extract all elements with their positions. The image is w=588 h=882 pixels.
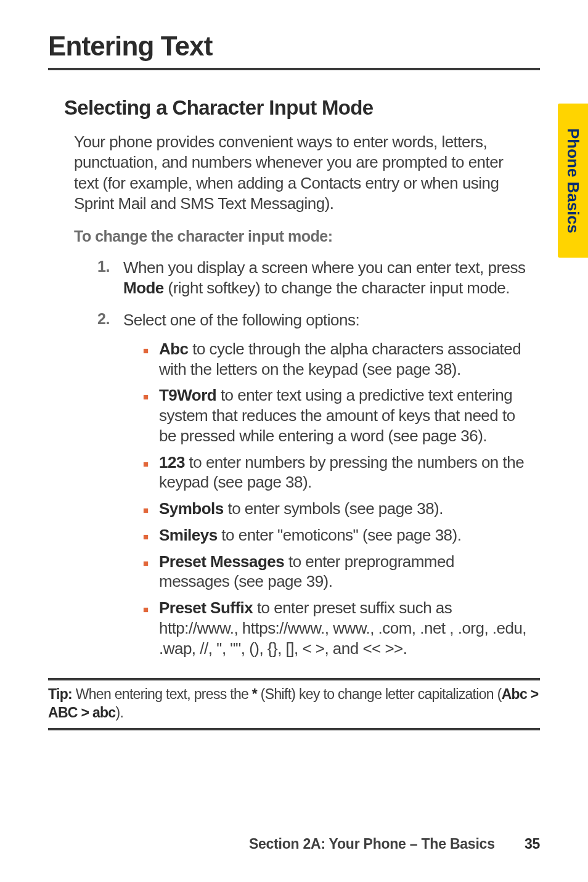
step-number: 1. <box>97 258 123 299</box>
option-text: Smileys to enter "emoticons" (see page 3… <box>159 525 528 545</box>
footer-section: Section 2A: Your Phone – The Basics <box>249 836 495 852</box>
option-name: Preset Messages <box>159 552 284 571</box>
option-preset-suffix: ■ Preset Suffix to enter preset suffix s… <box>143 598 528 658</box>
side-tab-label: Phone Basics <box>563 128 582 234</box>
text: to enter symbols (see page 38). <box>224 499 443 518</box>
bullet-icon: ■ <box>143 531 150 545</box>
option-text: T9Word to enter text using a predictive … <box>159 385 528 446</box>
text: When you display a screen where you can … <box>123 258 526 277</box>
options-list: ■ Abc to cycle through the alpha charact… <box>143 339 528 659</box>
footer-page-number: 35 <box>525 836 540 852</box>
option-name: Smileys <box>159 526 218 544</box>
page-title: Entering Text <box>48 31 540 70</box>
option-text: Abc to cycle through the alpha character… <box>159 339 528 380</box>
option-text: Preset Messages to enter preprogrammed m… <box>159 552 528 592</box>
option-symbols: ■ Symbols to enter symbols (see page 38)… <box>143 499 528 519</box>
text: (Shift) key to change letter capitalizat… <box>257 686 502 702</box>
option-smileys: ■ Smileys to enter "emoticons" (see page… <box>143 525 528 545</box>
step-2: 2. Select one of the following options: … <box>97 310 528 665</box>
bullet-icon: ■ <box>143 603 150 658</box>
option-text: Preset Suffix to enter preset suffix suc… <box>159 598 528 658</box>
text: to enter numbers by pressing the numbers… <box>159 453 524 492</box>
option-name: Abc <box>159 340 189 358</box>
step-number: 2. <box>97 310 123 665</box>
section-heading: Selecting a Character Input Mode <box>64 96 540 120</box>
procedure-lead: To change the character input mode: <box>74 227 540 245</box>
tip-callout: Tip: When entering text, press the * (Sh… <box>48 678 540 730</box>
text: ). <box>115 704 123 721</box>
bullet-icon: ■ <box>143 557 150 592</box>
bullet-icon: ■ <box>143 458 150 493</box>
step-1: 1. When you display a screen where you c… <box>97 258 528 299</box>
tip-label: Tip: <box>48 686 72 702</box>
option-name: Symbols <box>159 499 224 518</box>
bullet-icon: ■ <box>143 391 150 446</box>
bullet-icon: ■ <box>143 345 150 380</box>
step-body: Select one of the following options: ■ A… <box>123 310 528 665</box>
softkey-label: Mode <box>123 279 164 297</box>
option-123: ■ 123 to enter numbers by pressing the n… <box>143 452 528 493</box>
intro-paragraph: Your phone provides convenient ways to e… <box>74 132 528 214</box>
procedure-list: 1. When you display a screen where you c… <box>97 258 528 664</box>
text: Select one of the following options: <box>123 311 359 329</box>
text: When entering text, press the <box>72 686 252 702</box>
option-name: Preset Suffix <box>159 598 253 617</box>
tip-text: Tip: When entering text, press the * (Sh… <box>48 685 540 722</box>
side-tab: Phone Basics <box>558 104 588 258</box>
option-abc: ■ Abc to cycle through the alpha charact… <box>143 339 528 380</box>
step-body: When you display a screen where you can … <box>123 258 528 299</box>
option-t9word: ■ T9Word to enter text using a predictiv… <box>143 385 528 446</box>
option-text: 123 to enter numbers by pressing the num… <box>159 452 528 493</box>
option-preset-messages: ■ Preset Messages to enter preprogrammed… <box>143 552 528 592</box>
text: (right softkey) to change the character … <box>164 279 510 297</box>
page-footer: Section 2A: Your Phone – The Basics 35 <box>249 836 540 852</box>
star-key-icon: * <box>252 686 257 702</box>
option-name: 123 <box>159 453 185 472</box>
bullet-icon: ■ <box>143 504 150 519</box>
option-text: Symbols to enter symbols (see page 38). <box>159 499 528 519</box>
option-name: T9Word <box>159 386 216 404</box>
text: to cycle through the alpha characters as… <box>159 340 521 378</box>
text: to enter "emoticons" (see page 38). <box>218 526 462 544</box>
page: Phone Basics Entering Text Selecting a C… <box>0 0 588 882</box>
